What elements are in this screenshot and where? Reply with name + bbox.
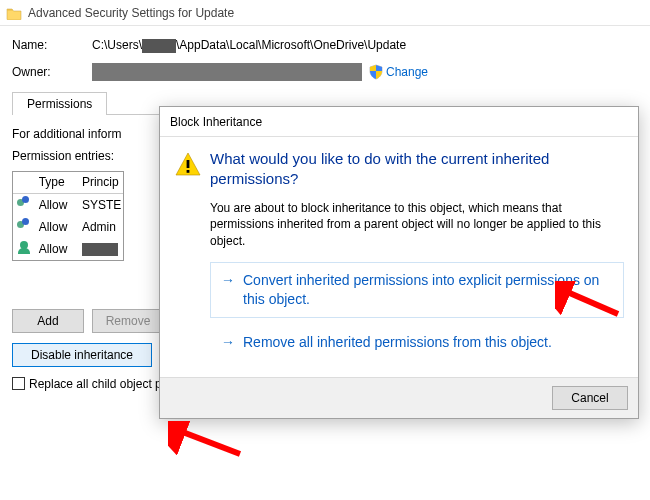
dialog-title: Block Inheritance: [160, 107, 638, 137]
dialog-body-text: You are about to block inheritance to th…: [210, 200, 624, 250]
table-header: Type Princip: [13, 172, 123, 194]
redacted-username: [142, 39, 176, 53]
window-title: Advanced Security Settings for Update: [28, 6, 234, 20]
disable-inheritance-button[interactable]: Disable inheritance: [12, 343, 152, 367]
name-value: C:\Users\\AppData\Local\Microsoft\OneDri…: [92, 38, 406, 53]
window-titlebar: Advanced Security Settings for Update: [0, 0, 650, 26]
table-row[interactable]: Allow SYSTE: [13, 194, 123, 216]
owner-label: Owner:: [12, 65, 92, 79]
table-row[interactable]: Allow Admin: [13, 216, 123, 238]
folder-icon: [6, 6, 22, 20]
redacted-principal: [82, 243, 118, 256]
warning-icon: [174, 151, 202, 179]
add-button[interactable]: Add: [12, 309, 84, 333]
arrow-icon: →: [221, 271, 235, 289]
tab-permissions[interactable]: Permissions: [12, 92, 107, 115]
dialog-headline: What would you like to do with the curre…: [210, 149, 624, 190]
replace-all-checkbox[interactable]: [12, 377, 25, 390]
shield-icon: [368, 64, 384, 80]
name-label: Name:: [12, 38, 92, 52]
block-inheritance-dialog: Block Inheritance What would you like to…: [159, 106, 639, 419]
col-principal: Princip: [78, 175, 123, 189]
users-icon: [17, 196, 33, 210]
svg-line-3: [180, 431, 240, 454]
owner-row: Owner: Change: [12, 63, 638, 81]
option-remove[interactable]: → Remove all inherited permissions from …: [210, 324, 624, 361]
arrow-icon: →: [221, 333, 235, 351]
users-icon: [17, 218, 33, 232]
dialog-footer: Cancel: [160, 377, 638, 418]
owner-value-redacted: [92, 63, 362, 81]
name-row: Name: C:\Users\\AppData\Local\Microsoft\…: [12, 38, 638, 53]
svg-rect-1: [187, 170, 190, 173]
svg-rect-0: [187, 160, 190, 168]
annotation-arrow: [168, 421, 248, 461]
user-icon: [17, 240, 33, 254]
permission-entries-table[interactable]: Type Princip Allow SYSTE Allow Admin All…: [12, 171, 124, 261]
remove-button: Remove: [92, 309, 164, 333]
cancel-button[interactable]: Cancel: [552, 386, 628, 410]
owner-change-link[interactable]: Change: [386, 65, 428, 79]
table-row[interactable]: Allow: [13, 238, 123, 260]
option-convert[interactable]: → Convert inherited permissions into exp…: [210, 262, 624, 318]
col-type: Type: [35, 175, 78, 189]
